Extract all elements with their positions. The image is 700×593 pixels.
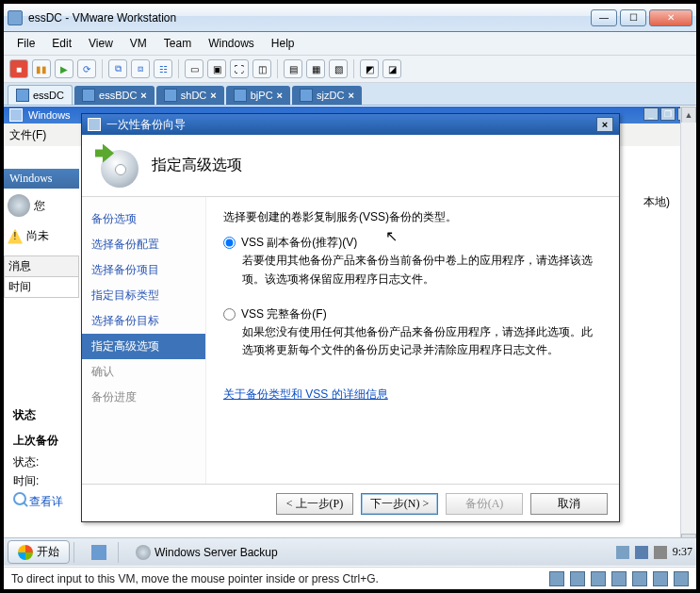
wizard-nav: 备份选项 选择备份配置 选择备份项目 指定目标类型 选择备份目标 指定高级选项 … <box>82 197 206 484</box>
tab-close-icon[interactable]: × <box>210 90 216 101</box>
tray-icon[interactable] <box>616 546 629 559</box>
wizard-titlebar[interactable]: 一次性备份向导 × <box>82 114 619 135</box>
menu-team[interactable]: Team <box>156 35 199 52</box>
tb-view1-icon[interactable]: ▭ <box>185 59 203 78</box>
tb-view2-icon[interactable]: ▣ <box>207 59 226 78</box>
tb-appliance-icon[interactable]: ▧ <box>329 59 348 78</box>
desktop-icon <box>91 545 106 560</box>
tb-misc2-icon[interactable]: ◪ <box>383 59 401 78</box>
wizard-heading: 指定高级选项 <box>152 156 242 175</box>
guest-left-header: Windows <box>4 169 79 189</box>
vss-full-desc: 如果您没有使用任何其他备份产品来备份应用程序，请选择此选项。此选项将更新每个文件… <box>242 323 602 359</box>
wizard-nav-item[interactable]: 选择备份项目 <box>82 257 205 283</box>
window-maximize-button[interactable]: ☐ <box>620 9 646 26</box>
wizard-nav-item[interactable]: 指定目标类型 <box>82 283 205 308</box>
wizard-nav-item[interactable]: 备份选项 <box>82 206 205 232</box>
vmware-statusbar: To direct input to this VM, move the mou… <box>4 567 696 589</box>
vmware-menubar: File Edit View VM Team Windows Help <box>4 32 696 56</box>
status-sound-icon[interactable] <box>653 571 668 586</box>
window-minimize-button[interactable]: — <box>591 9 617 26</box>
vm-tab-essbdc[interactable]: essBDC × <box>74 86 155 105</box>
guest-status-block: 状态 上次备份 状态: 时间: 查看详 <box>13 407 81 513</box>
menu-windows[interactable]: Windows <box>201 35 262 52</box>
tab-close-icon[interactable]: × <box>277 90 283 101</box>
vmware-titlebar: essDC - VMware Workstation — ☐ ✕ <box>4 4 696 32</box>
tb-console-icon[interactable]: ▦ <box>306 59 325 78</box>
vm-tab-shdc[interactable]: shDC × <box>156 86 224 105</box>
tb-snapshot-mgr-icon[interactable]: ☷ <box>154 59 172 78</box>
tb-stop-icon[interactable]: ■ <box>9 59 28 78</box>
guest-view-details[interactable]: 查看详 <box>29 495 63 508</box>
tb-summary-icon[interactable]: ▤ <box>284 59 302 78</box>
taskbar-app-button[interactable]: Windows Server Backup <box>128 542 285 563</box>
status-usb-icon[interactable] <box>632 571 647 586</box>
scroll-up-icon[interactable]: ▲ <box>681 107 696 123</box>
wizard-nav-item: 确认 <box>82 359 205 385</box>
system-tray: 9:37 <box>616 545 692 559</box>
tb-snapshot-icon[interactable]: ⧉ <box>108 59 127 78</box>
wizard-help-link[interactable]: 关于备份类型和 VSS 的详细信息 <box>223 386 388 404</box>
wizard-nav-item[interactable]: 选择备份目标 <box>82 308 205 334</box>
start-button[interactable]: 开始 <box>8 540 70 564</box>
tab-close-icon[interactable]: × <box>140 90 146 101</box>
vm-client-area[interactable]: Windows _ ❐ × 文件(F) Windows 您 ! 尚未 消息 时间… <box>4 106 696 566</box>
wizard-nav-item: 备份进度 <box>82 385 205 410</box>
taskbar-app-label: Windows Server Backup <box>155 546 278 559</box>
guest-menu-file[interactable]: 文件(F) <box>9 127 46 143</box>
window-close-button[interactable]: ✕ <box>649 9 692 26</box>
menu-help[interactable]: Help <box>264 35 302 52</box>
wizard-nav-item-active[interactable]: 指定高级选项 <box>82 334 205 359</box>
vss-copy-label[interactable]: VSS 副本备份(推荐)(V) <box>241 234 357 252</box>
status-net-icon[interactable] <box>611 571 627 586</box>
tray-volume-icon[interactable] <box>654 546 667 559</box>
tab-close-icon[interactable]: × <box>348 90 353 101</box>
vm-tab-sjzdc[interactable]: sjzDC × <box>292 86 362 105</box>
status-hd-icon[interactable] <box>549 571 564 586</box>
status-printer-icon[interactable] <box>674 571 689 586</box>
tray-clock[interactable]: 9:37 <box>673 545 692 559</box>
tb-reset-icon[interactable]: ⟳ <box>77 59 96 78</box>
vm-tab-bjpc[interactable]: bjPC × <box>226 86 290 105</box>
vm-tab-essdc[interactable]: essDC <box>8 85 73 105</box>
guest-warn-label: 尚未 <box>26 228 49 244</box>
menu-vm[interactable]: VM <box>122 35 155 52</box>
tb-pause-icon[interactable]: ▮▮ <box>32 59 51 78</box>
vm-icon <box>16 89 29 102</box>
vm-icon <box>82 89 95 102</box>
windows-logo-icon <box>18 545 33 560</box>
tb-snapshot-revert-icon[interactable]: ⧈ <box>131 59 150 78</box>
guest-left-panel: Windows 您 ! 尚未 消息 时间 <box>4 169 79 298</box>
vm-tab-label: bjPC <box>251 90 273 101</box>
wizard-next-button[interactable]: 下一步(N) > <box>361 493 438 515</box>
menu-file[interactable]: File <box>9 35 42 52</box>
client-vertical-scrollbar[interactable]: ▲ ▼ <box>680 107 696 566</box>
wizard-button-row: < 上一步(P) 下一步(N) > 备份(A) 取消 <box>82 484 619 523</box>
tray-icon[interactable] <box>635 546 648 559</box>
menu-view[interactable]: View <box>81 35 121 52</box>
wizard-cancel-button[interactable]: 取消 <box>530 493 608 515</box>
wizard-backup-button: 备份(A) <box>446 493 523 515</box>
vss-full-label[interactable]: VSS 完整备份(F) <box>241 305 327 323</box>
guest-state-label: 状态: <box>13 454 81 470</box>
wizard-header-icon <box>95 144 138 188</box>
guest-you-label: 您 <box>34 198 45 214</box>
magnifier-icon <box>13 492 26 505</box>
vss-full-radio[interactable] <box>223 308 236 321</box>
vss-copy-radio[interactable] <box>223 237 236 249</box>
wizard-prev-button[interactable]: < 上一步(P) <box>276 493 353 515</box>
tb-fullscreen-icon[interactable]: ⛶ <box>230 59 249 78</box>
status-floppy-icon[interactable] <box>591 571 606 586</box>
guest-minimize-button[interactable]: _ <box>643 107 659 121</box>
tb-play-icon[interactable]: ▶ <box>55 59 73 78</box>
wizard-nav-item[interactable]: 选择备份配置 <box>82 232 205 257</box>
wizard-close-button[interactable]: × <box>596 117 613 132</box>
menu-edit[interactable]: Edit <box>44 35 79 52</box>
backup-app-icon <box>136 545 151 560</box>
taskbar-quicklaunch[interactable] <box>84 542 114 563</box>
guest-time-label: 时间: <box>13 473 81 489</box>
status-cd-icon[interactable] <box>570 571 585 586</box>
vm-tab-label: essDC <box>33 90 64 101</box>
guest-restore-button[interactable]: ❐ <box>660 107 676 121</box>
tb-unity-icon[interactable]: ◫ <box>252 59 271 78</box>
tb-misc1-icon[interactable]: ◩ <box>360 59 379 78</box>
